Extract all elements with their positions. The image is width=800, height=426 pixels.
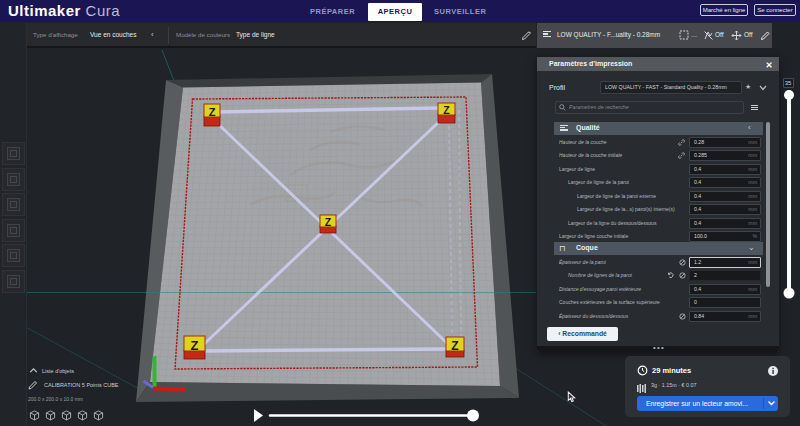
svg-text:Z: Z (443, 104, 450, 116)
svg-text:Z: Z (451, 339, 458, 353)
svg-text:Z: Z (191, 338, 199, 353)
svg-text:Z: Z (209, 106, 216, 118)
svg-text:Z: Z (325, 216, 332, 228)
